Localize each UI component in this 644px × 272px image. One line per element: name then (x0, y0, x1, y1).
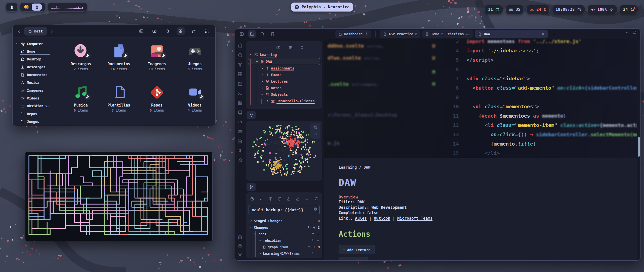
breadcrumb[interactable]: matt (24, 27, 47, 36)
plus-circle-icon[interactable] (268, 197, 273, 201)
list-view-button[interactable] (190, 27, 198, 35)
new-note-icon[interactable] (264, 45, 269, 50)
bookmark-button[interactable] (269, 30, 276, 38)
graph-view[interactable] (248, 122, 321, 178)
split-pane-icon[interactable] (632, 30, 637, 35)
search-button[interactable] (164, 27, 172, 35)
tree-item-exams[interactable]: !Exams (248, 72, 320, 78)
link-outlook[interactable]: Outlook (374, 216, 390, 221)
ribbon-tools-icon[interactable] (237, 158, 243, 163)
ribbon-search-icon[interactable] (237, 52, 243, 58)
git-row-learning-daw-exams[interactable]: Learning/DAW/Exams (249, 250, 320, 257)
new-tab-button[interactable] (550, 30, 558, 38)
gear-icon[interactable] (313, 125, 317, 129)
sidebar-item-home[interactable]: Home (13, 47, 60, 55)
ribbon-dollar-icon[interactable] (237, 148, 243, 153)
action-button--add-lecture[interactable]: + Add Lecture (339, 245, 375, 254)
sidebar-item-musica[interactable]: Musica (13, 79, 60, 86)
git-row-graph-json[interactable]: graph.jsonM (249, 244, 320, 250)
forward-button[interactable] (48, 27, 56, 35)
upload-icon[interactable] (287, 197, 291, 201)
search-button[interactable] (259, 30, 266, 38)
tray-clock[interactable]: 18:08:28 (552, 5, 585, 14)
sidebar-item-videos[interactable]: Videos (13, 94, 60, 102)
folder-tile-juegos[interactable]: Juegos8 items (176, 41, 214, 82)
folder-tile-imagenes[interactable]: Imagenes10 items (138, 41, 176, 82)
git-tab-chip[interactable] (247, 183, 256, 191)
sidebar-toggle-button[interactable] (238, 30, 246, 38)
link-microsoft-teams[interactable]: Microsoft Teams (397, 216, 432, 221)
firefox-icon[interactable] (24, 4, 29, 10)
sidebar-item-repos[interactable]: Repos (13, 110, 60, 118)
undo-icon[interactable] (311, 239, 315, 242)
sort-icon[interactable] (288, 45, 292, 50)
ribbon-home-icon[interactable] (237, 43, 243, 48)
terminal-pipes-window[interactable] (25, 151, 213, 241)
undo-icon[interactable] (307, 226, 311, 229)
audio-visualizer[interactable] (48, 3, 87, 12)
undo-icon[interactable] (307, 245, 311, 249)
ribbon-git-fork-icon[interactable] (237, 62, 243, 67)
now-playing-widget[interactable]: Polyphia - Neurotica (291, 3, 353, 12)
list-icon[interactable] (305, 197, 309, 201)
folder-tile-musica[interactable]: Musica6 items (62, 83, 100, 123)
check-icon[interactable] (259, 197, 263, 201)
ribbon-code-tag-icon[interactable] (237, 119, 243, 125)
sync-icon[interactable] (314, 197, 318, 201)
launcher-button[interactable] (6, 3, 18, 12)
folder-button[interactable] (248, 30, 256, 38)
folder-tile-descargas[interactable]: Descargas2 items (62, 41, 100, 82)
sidebar-item-descargas[interactable]: Descargas (13, 63, 60, 71)
link-aules[interactable]: Aules (355, 216, 367, 221)
plus-icon[interactable] (316, 252, 320, 255)
taskbar[interactable] (20, 3, 45, 12)
scrollbar-thumb[interactable] (638, 137, 640, 157)
tray-keyboard-layout[interactable]: US (505, 5, 524, 14)
ribbon-calendar-icon[interactable] (237, 81, 243, 86)
ribbon-file-search-icon[interactable] (237, 139, 243, 144)
dots-button[interactable] (203, 27, 211, 35)
download-tray-icon[interactable] (296, 197, 300, 201)
plus-icon[interactable] (316, 239, 320, 242)
sidebar-section[interactable]: My Computer (13, 40, 60, 47)
folder-plus-icon[interactable] (276, 45, 280, 50)
clear-input-icon[interactable] (313, 207, 317, 211)
sidebar-item-obsidian-v-[interactable]: Obsidian V… (13, 102, 60, 110)
active-app-document-app[interactable] (32, 4, 42, 11)
tab-tema-6-pr-cticas-[interactable]: Tema 6 Prácticas -… (422, 30, 473, 38)
action-button--add-note[interactable]: + Add Note (339, 257, 368, 260)
tab-asp-practice-6[interactable]: ASP Practice 6 (380, 30, 420, 38)
plus-icon[interactable] (313, 246, 316, 249)
ribbon-help-icon[interactable] (237, 244, 243, 249)
undo-icon[interactable] (311, 232, 315, 236)
grid-button[interactable] (177, 27, 185, 35)
git-row-staged-changes[interactable]: Staged Changes0 (249, 218, 320, 224)
chevron-down-icon[interactable] (625, 30, 629, 34)
sidebar-item-desktop[interactable]: Desktop (13, 55, 60, 63)
ribbon-grid-icon[interactable] (237, 72, 243, 77)
sidebar-item-documentos[interactable]: Documentos (13, 71, 60, 79)
tab-dashboard[interactable]: Dashboard (335, 30, 371, 38)
folder-tile-videos[interactable]: Videos4 items (176, 83, 214, 123)
tree-item-desarrollo-cliente[interactable]: Desarrollo-Cliente (248, 98, 320, 104)
sidebar-item-more[interactable] (13, 125, 60, 126)
minus-icon[interactable] (312, 219, 316, 223)
folder-tile-repos[interactable]: Repos6 items (138, 83, 176, 123)
collapse-icon[interactable] (300, 45, 304, 50)
ribbon-gamepad-icon[interactable] (237, 129, 243, 134)
terminal-window-button[interactable] (137, 27, 145, 35)
ribbon-gear-icon[interactable] (237, 252, 243, 257)
tray-updates[interactable]: 11 (485, 5, 503, 14)
tree-item-subjects[interactable]: Subjects (248, 91, 320, 98)
tray-volume[interactable]: 100% (587, 5, 617, 14)
git-row-changes[interactable]: Changes2 (249, 224, 320, 231)
folder-tile-plantillas[interactable]: Plantillas7 items (100, 83, 138, 123)
tree-item-learning[interactable]: Learning (248, 51, 320, 58)
plus-icon[interactable] (313, 226, 316, 229)
folder-tile-documentos[interactable]: Documentos14 items (100, 41, 138, 82)
plus-icon[interactable] (316, 232, 320, 236)
tray-notifications[interactable]: 24 (620, 5, 638, 14)
tray-weather[interactable]: 24°C (526, 5, 549, 14)
commit-up-icon[interactable] (250, 197, 254, 201)
tree-item-assignments[interactable]: Assignments (248, 65, 320, 72)
